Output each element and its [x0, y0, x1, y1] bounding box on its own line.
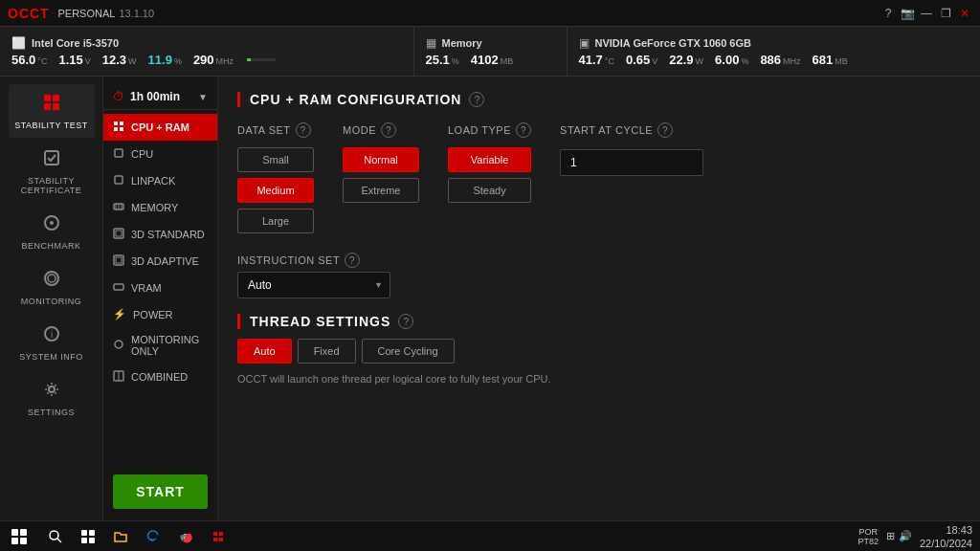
memory-section: ▦ Memory 25.1 % 4102 MB [414, 27, 568, 76]
submenu-item-linpack[interactable]: LINPACK [103, 167, 217, 194]
svg-rect-1 [53, 95, 59, 101]
dataset-medium-btn[interactable]: Medium [237, 178, 314, 203]
submenu-item-3d-standard[interactable]: 3D STANDARD [103, 221, 217, 248]
submenu-item-power[interactable]: ⚡ POWER [103, 301, 217, 327]
occt-taskbar-icon[interactable] [205, 523, 232, 550]
svg-line-31 [57, 539, 61, 542]
thread-fixed-btn[interactable]: Fixed [298, 339, 356, 364]
start-cycle-input[interactable] [560, 149, 703, 176]
sidebar-item-stability-cert[interactable]: STABILITY CERTIFICATE [9, 140, 95, 203]
dataset-large-btn[interactable]: Large [237, 209, 314, 233]
submenu-item-cpu[interactable]: CPU [103, 141, 217, 167]
submenu-item-combined[interactable]: COMBINED [103, 364, 217, 390]
monitoring-icon [41, 268, 62, 294]
mem-mb-value: 4102 [471, 53, 499, 67]
submenu-item-memory[interactable]: MEMORY [103, 194, 217, 221]
gpu-vram-unit: MB [835, 56, 848, 66]
gpu-volt-unit: V [652, 56, 657, 66]
sidebar-label-settings: SETTINGS [28, 408, 75, 417]
edge-taskbar-icon[interactable] [140, 523, 167, 550]
title-help-icon[interactable]: ? [469, 92, 484, 107]
start-cycle-label-text: START AT CYCLE [560, 124, 653, 136]
instruction-set-select[interactable]: Auto SSE AVX AVX2 AVX512 [237, 272, 390, 298]
dataset-small-btn[interactable]: Small [237, 147, 314, 172]
volume-icon[interactable]: 🔊 [899, 530, 912, 542]
gpu-power-value: 22.9 [669, 53, 693, 67]
thread-auto-btn[interactable]: Auto [237, 339, 292, 364]
start-menu-button[interactable] [8, 525, 31, 548]
thread-help-icon[interactable]: ? [398, 314, 413, 329]
svg-rect-39 [213, 538, 217, 541]
mem-pct-value: 25.1 [426, 53, 450, 67]
gpu-temp-value: 41.7 [579, 53, 603, 67]
cpu-power-unit: W [128, 56, 137, 66]
sidebar-item-monitoring[interactable]: MONITORING [9, 260, 95, 314]
tray-icon[interactable]: ⊞ [886, 530, 895, 542]
gpu-freq-unit: MHz [783, 56, 801, 66]
app-personal: PERSONAL [57, 8, 115, 19]
close-button[interactable]: ✕ [957, 6, 972, 21]
submenu-item-vram[interactable]: VRAM [103, 275, 217, 301]
svg-rect-34 [81, 538, 87, 543]
cpu-freq-metric: 290 MHz [193, 53, 234, 67]
cpu-icon: ⬜ [11, 36, 26, 50]
help-titlebar-icon[interactable]: ? [880, 6, 896, 21]
submenu-item-3d-adaptive[interactable]: 3D ADAPTIVE [103, 248, 217, 275]
svg-rect-15 [120, 127, 123, 131]
minimize-button[interactable]: — [919, 6, 934, 21]
taskbar-right: POR PT82 ⊞ 🔊 18:43 22/10/2024 [858, 523, 972, 550]
time-dropdown-icon[interactable]: ▼ [198, 92, 208, 102]
combined-icon [113, 370, 124, 384]
mode-extreme-btn[interactable]: Extreme [343, 178, 419, 203]
submenu-label-memory: MEMORY [131, 202, 178, 213]
mode-help-icon[interactable]: ? [381, 122, 396, 138]
load-steady-btn[interactable]: Steady [448, 178, 531, 203]
sidebar-label-monitoring: MONITORING [21, 297, 81, 306]
submenu-item-monitoring-only[interactable]: MONITORING ONLY [103, 327, 217, 364]
gpu-vram-metric: 681 MB [813, 53, 848, 67]
svg-point-7 [45, 272, 58, 285]
sidebar-item-settings[interactable]: SETTINGS [9, 371, 95, 425]
time-selector[interactable]: ⏱ 1h 00min ▼ [103, 84, 217, 110]
restore-button[interactable]: ❐ [938, 6, 953, 21]
svg-point-8 [48, 275, 56, 282]
camera-icon[interactable]: 📷 [900, 6, 915, 21]
sidebar-item-benchmark[interactable]: BENCHMARK [9, 205, 95, 258]
thread-core-cycling-btn[interactable]: Core Cycling [362, 339, 455, 364]
mem-pct-unit: % [452, 56, 459, 66]
mode-normal-btn[interactable]: Normal [343, 147, 419, 172]
clock-date: 22/10/2024 [920, 537, 972, 550]
cpu-usage-metric: 11.9 % [148, 53, 182, 67]
title-bar: OCCT · PERSONAL 13.1.10 ? 📷 — ❐ ✕ [0, 0, 980, 27]
svg-rect-38 [219, 532, 223, 536]
search-taskbar-icon[interactable] [42, 523, 69, 550]
submenu-item-cpu-ram[interactable]: CPU + RAM [103, 114, 217, 141]
svg-rect-23 [116, 231, 122, 236]
section-header: CPU + RAM CONFIGURATION ? [237, 92, 961, 107]
mem-pct-metric: 25.1 % [426, 53, 459, 67]
thread-description: OCCT will launch one thread per logical … [237, 373, 961, 385]
sidebar-label-stability-test: STABILITY TEST [14, 121, 88, 130]
sidebar-item-system-info[interactable]: i SYSTEM INFO [9, 316, 95, 369]
svg-rect-13 [120, 121, 123, 125]
thread-section-title: THREAD SETTINGS [250, 314, 390, 329]
dataset-help-icon[interactable]: ? [296, 122, 311, 138]
load-type-help-icon[interactable]: ? [516, 122, 531, 138]
submenu-label-cpu: CPU [131, 148, 153, 160]
start-button[interactable]: START [113, 474, 208, 509]
svg-rect-25 [116, 257, 122, 263]
instruction-set-help-icon[interactable]: ? [345, 253, 360, 268]
start-cycle-help-icon[interactable]: ? [657, 122, 673, 138]
taskbar-clock[interactable]: 18:43 22/10/2024 [920, 523, 972, 550]
sidebar-item-stability-test[interactable]: STABILITY TEST [9, 84, 95, 138]
chrome-taskbar-icon[interactable] [172, 523, 199, 550]
logo-text: OCCT [8, 6, 50, 21]
mode-label: MODE ? [343, 122, 419, 138]
cpu-power-metric: 12.3 W [102, 53, 137, 67]
file-explorer-taskbar-icon[interactable] [107, 523, 134, 550]
memory-name: Memory [442, 37, 482, 49]
gpu-power-unit: W [696, 56, 704, 66]
widgets-taskbar-icon[interactable] [75, 523, 101, 550]
load-variable-btn[interactable]: Variable [448, 147, 531, 172]
thread-settings-section: THREAD SETTINGS ? Auto Fixed Core Cyclin… [237, 314, 961, 385]
